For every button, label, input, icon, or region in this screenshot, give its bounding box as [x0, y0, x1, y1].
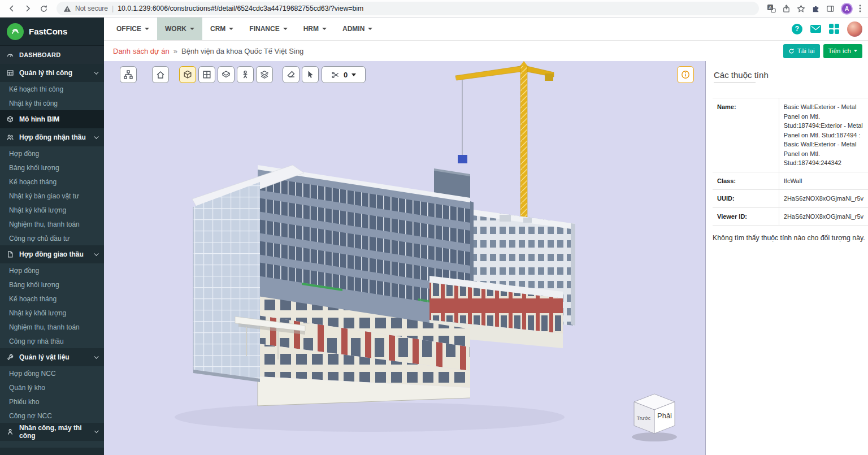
sidebar-item-mo-hinh-bim[interactable]: Mô hình BIM — [0, 110, 104, 128]
sidebar-item-hop-dong-giao-thau[interactable]: Hợp đồng giao thầu — [0, 245, 104, 263]
address-divider: | — [112, 5, 114, 12]
nav-admin[interactable]: ADMIN — [335, 18, 380, 40]
translate-icon[interactable]: A — [767, 4, 776, 13]
reload-data-button[interactable]: Tải lại — [783, 44, 820, 58]
browser-chrome: Not secure | 10.0.1.239:6006/constructio… — [0, 0, 868, 18]
crane — [455, 61, 554, 220]
caret-down-icon — [283, 28, 288, 30]
breadcrumb-current: Bệnh viện đa khoa Quốc Tế Việt Sing — [181, 47, 303, 55]
property-row-name: Name: Basic Wall:Exterior - Metal Panel … — [713, 98, 868, 172]
not-secure-label: Not secure — [75, 5, 108, 12]
nav-cube[interactable]: Trước Phải — [630, 389, 686, 443]
bim-viewport[interactable]: 0 Trước Phải — [104, 61, 705, 455]
user-avatar[interactable] — [847, 21, 862, 37]
help-icon[interactable]: ? — [792, 24, 802, 34]
properties-title: Các thuộc tính — [706, 61, 868, 83]
star-icon[interactable] — [797, 5, 805, 13]
sidebar-item-hop-dong-nhan-thau[interactable]: Hợp đồng nhận thầu — [0, 128, 104, 146]
share-icon[interactable] — [782, 5, 791, 13]
brand-home[interactable]: FastCons — [0, 18, 104, 46]
sidebar-subitem-quan-ly-kho[interactable]: Quản lý kho — [0, 380, 104, 395]
fastcons-logo — [7, 23, 24, 40]
sidebar-item-quan-ly-thi-cong[interactable]: Quản lý thi công — [0, 64, 104, 82]
chrome-actions: A A — [765, 3, 863, 15]
sidebar-subitem-phieu-kho[interactable]: Phiếu kho — [0, 395, 104, 409]
apps-grid-icon[interactable] — [829, 24, 839, 34]
sidebar-item-nhan-cong-may-thi-cong[interactable]: Nhân công, máy thi công — [0, 423, 104, 441]
sidebar-subitem-nhat-ky-khoi-luong[interactable]: Nhật ký khối lượng — [0, 203, 104, 217]
home-icon — [156, 70, 165, 79]
chevron-down-icon — [94, 354, 98, 358]
cube-view-button[interactable] — [179, 66, 196, 83]
eraser-icon — [287, 70, 296, 79]
title-underline — [714, 83, 756, 83]
browser-profile-avatar[interactable]: A — [841, 3, 853, 15]
sidebar-subitem-nghiem-thu-thanh-toan[interactable]: Nghiệm thu, thanh toán — [0, 217, 104, 231]
extensions-icon[interactable] — [811, 5, 820, 13]
sidebar-cutoff-row — [0, 448, 104, 455]
nav-crm[interactable]: CRM — [202, 18, 241, 40]
properties-table: Name: Basic Wall:Exterior - Metal Panel … — [713, 98, 868, 226]
chevron-down-icon — [94, 70, 98, 74]
model-tree-icon — [124, 70, 133, 79]
clip-count-dropdown[interactable]: 0 — [322, 66, 366, 83]
sidebar-subitem-nhat-ky-khoi-luong-2[interactable]: Nhật ký khối lượng — [0, 306, 104, 320]
back-button[interactable] — [5, 2, 19, 15]
dashboard-icon — [7, 51, 15, 58]
sidebar-item-dashboard[interactable]: DASHBOARD — [0, 46, 104, 64]
select-button[interactable] — [302, 66, 319, 83]
sidebar-subitem-ke-hoach-thi-cong[interactable]: Kế hoạch thi công — [0, 82, 104, 96]
sidebar-subitem-nghiem-thu-thanh-toan-2[interactable]: Nghiệm thu, thanh toán — [0, 320, 104, 334]
caret-down-icon — [322, 28, 327, 30]
refresh-icon — [788, 48, 795, 54]
sidebar-subitem-cong-no-chu-dau-tu[interactable]: Công nợ chủ đầu tư — [0, 231, 104, 245]
plan-view-button[interactable] — [198, 66, 215, 83]
address-bar[interactable]: Not secure | 10.0.1.239:6006/constructio… — [57, 2, 759, 15]
eraser-button[interactable] — [283, 66, 300, 83]
sidebar-subitem-cong-no-nha-thau[interactable]: Công nợ nhà thầu — [0, 334, 104, 348]
layers-button[interactable] — [256, 66, 273, 83]
table-icon — [7, 70, 15, 76]
model-tree-button[interactable] — [120, 66, 137, 83]
property-row-viewer-id: Viewer ID: 2HaS6zNOX8xOGjmaNi_r5v — [713, 207, 868, 226]
sidebar-subitem-hop-dong-ncc[interactable]: Hợp đồng NCC — [0, 366, 104, 380]
url-text: 10.0.1.239:6006/constructions#!/detail/6… — [118, 5, 363, 12]
caret-down-icon — [145, 28, 149, 30]
nav-office[interactable]: OFFICE — [108, 18, 157, 40]
nav-finance[interactable]: FINANCE — [241, 18, 295, 40]
nav-cube-right-label: Phải — [657, 411, 672, 420]
person-icon — [241, 70, 250, 79]
sidebar-subitem-hop-dong[interactable]: Hợp đồng — [0, 146, 104, 161]
sidebar-subitem-nhat-ky-ban-giao-vat-tu[interactable]: Nhật ký bàn giao vật tư — [0, 189, 104, 203]
sidebar-subitem-ke-hoach-thang-2[interactable]: Kế hoạch tháng — [0, 292, 104, 306]
sidebar-subitem-bang-khoi-luong[interactable]: Bảng khối lượng — [0, 161, 104, 175]
cube-icon — [183, 70, 192, 79]
document-icon — [7, 251, 15, 258]
nav-work[interactable]: WORK — [157, 18, 202, 40]
side-panel-icon[interactable] — [826, 5, 835, 13]
sidebar-subitem-cong-no-ncc[interactable]: Công nợ NCC — [0, 409, 104, 423]
home-view-button[interactable] — [152, 66, 169, 83]
sidebar-subitem-bang-khoi-luong-2[interactable]: Bảng khối lượng — [0, 278, 104, 292]
info-button[interactable] — [677, 66, 694, 83]
inbox-icon[interactable] — [810, 25, 821, 33]
sidebar-subitem-hop-dong-2[interactable]: Hợp đồng — [0, 263, 104, 278]
sidebar-subitem-ke-hoach-thang[interactable]: Kế hoạch tháng — [0, 175, 104, 189]
property-row-uuid: UUID: 2HaS6zNOX8xOGjmaNi_r5v — [713, 190, 868, 208]
browser-menu-icon[interactable] — [859, 5, 861, 12]
section-box-button[interactable] — [218, 66, 235, 83]
forward-button[interactable] — [20, 2, 35, 15]
utilities-button[interactable]: Tiện ích — [823, 44, 862, 58]
nav-hrm[interactable]: HRM — [296, 18, 335, 40]
chevron-down-icon — [94, 429, 99, 434]
worker-icon — [7, 428, 15, 435]
caret-down-icon — [854, 50, 857, 52]
first-person-button[interactable] — [237, 66, 254, 83]
info-icon — [681, 70, 690, 79]
sidebar-item-quan-ly-vat-lieu[interactable]: Quản lý vật liệu — [0, 348, 104, 366]
reload-button[interactable] — [36, 2, 51, 15]
breadcrumb-projects-link[interactable]: Danh sách dự án — [113, 47, 170, 55]
sidebar-subitem-nhat-ky-thi-cong[interactable]: Nhật ký thi công — [0, 96, 104, 110]
breadcrumb-separator: » — [173, 47, 177, 55]
sidebar-spacer — [0, 441, 104, 448]
